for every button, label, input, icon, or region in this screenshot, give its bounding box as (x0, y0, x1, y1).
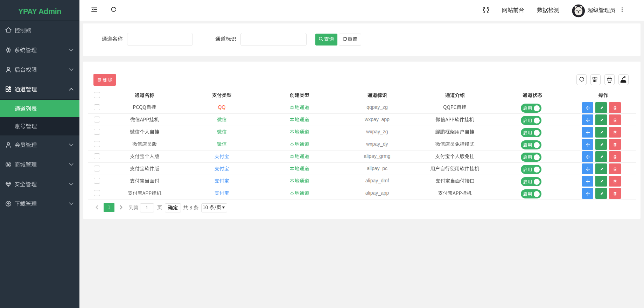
svg-text:wxpay_app: wxpay_app (364, 117, 390, 122)
svg-text:YPAY Admin: YPAY Admin (18, 7, 61, 16)
svg-text:alipay_pc: alipay_pc (367, 166, 387, 171)
svg-text:wxpay_dy: wxpay_dy (366, 141, 388, 147)
svg-text:wxpay_zg: wxpay_zg (366, 129, 388, 134)
svg-text:alipay_grmg: alipay_grmg (364, 153, 390, 159)
svg-text:qqpay_zg: qqpay_zg (366, 104, 388, 110)
svg-text:alipay_dmf: alipay_dmf (365, 178, 389, 183)
svg-text:QQ: QQ (218, 104, 226, 110)
svg-text:alipay_app: alipay_app (365, 190, 389, 196)
